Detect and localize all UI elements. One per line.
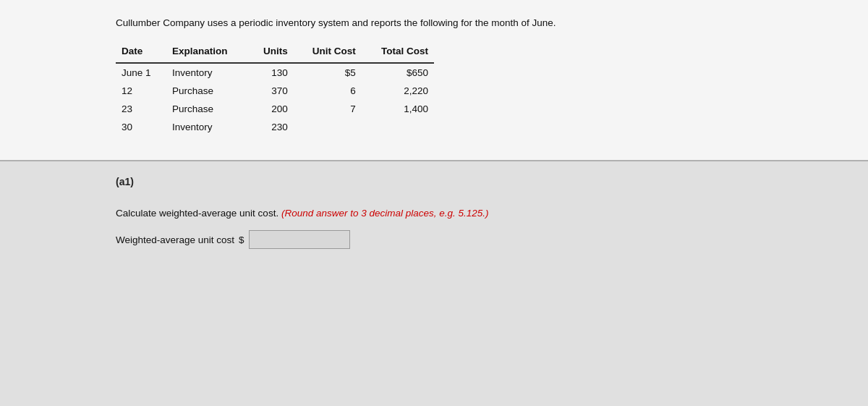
input-label: Weighted-average unit cost	[116, 234, 234, 245]
table-row: 23Purchase20071,400	[116, 100, 434, 118]
cell-date: 30	[116, 118, 166, 137]
instruction-main: Calculate weighted-average unit cost.	[116, 208, 278, 219]
section-a1-label: (a1)	[116, 176, 752, 187]
cell-explanation: Inventory	[166, 63, 249, 82]
cell-explanation: Purchase	[166, 100, 249, 118]
cell-unit-cost	[294, 118, 362, 137]
cell-total-cost: 2,220	[362, 82, 434, 100]
top-section: Cullumber Company uses a periodic invent…	[0, 0, 868, 161]
table-row: 12Purchase37062,220	[116, 82, 434, 100]
col-header-date: Date	[116, 43, 166, 63]
table-row: 30Inventory230	[116, 118, 434, 137]
dollar-sign: $	[239, 234, 244, 245]
cell-date: 12	[116, 82, 166, 100]
weighted-average-input[interactable]	[249, 230, 350, 249]
cell-total-cost: 1,400	[362, 100, 434, 118]
col-header-total-cost: Total Cost	[362, 43, 434, 63]
bottom-section: (a1) Calculate weighted-average unit cos…	[0, 161, 868, 406]
cell-date: 23	[116, 100, 166, 118]
col-header-unit-cost: Unit Cost	[294, 43, 362, 63]
instruction-highlight: (Round answer to 3 decimal places, e.g. …	[281, 208, 489, 219]
table-row: June 1Inventory130$5$650	[116, 63, 434, 82]
cell-date: June 1	[116, 63, 166, 82]
col-header-units: Units	[249, 43, 294, 63]
cell-unit-cost: 6	[294, 82, 362, 100]
cell-units: 370	[249, 82, 294, 100]
col-header-explanation: Explanation	[166, 43, 249, 63]
cell-units: 230	[249, 118, 294, 137]
page-wrapper: Cullumber Company uses a periodic invent…	[0, 0, 868, 406]
instruction-text: Calculate weighted-average unit cost. (R…	[116, 208, 752, 219]
cell-units: 200	[249, 100, 294, 118]
cell-total-cost: $650	[362, 63, 434, 82]
input-row: Weighted-average unit cost $	[116, 230, 752, 249]
intro-text: Cullumber Company uses a periodic invent…	[116, 17, 752, 28]
cell-unit-cost: 7	[294, 100, 362, 118]
inventory-table: Date Explanation Units Unit Cost Total C…	[116, 43, 434, 137]
cell-explanation: Purchase	[166, 82, 249, 100]
cell-explanation: Inventory	[166, 118, 249, 137]
cell-total-cost	[362, 118, 434, 137]
cell-units: 130	[249, 63, 294, 82]
cell-unit-cost: $5	[294, 63, 362, 82]
